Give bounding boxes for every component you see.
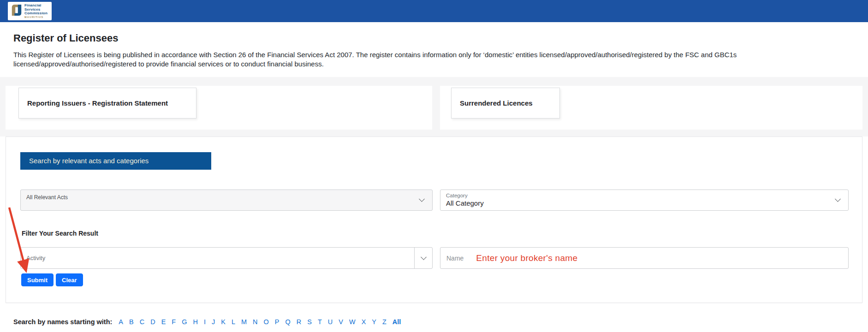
letter-link-M[interactable]: M bbox=[241, 318, 247, 326]
filter-row: Activity Name Enter your broker's name bbox=[20, 247, 849, 269]
logo-line: Commission bbox=[24, 12, 48, 16]
page-description: This Register of Licensees is being publ… bbox=[13, 50, 855, 69]
letter-link-X[interactable]: X bbox=[362, 318, 366, 326]
alphabet-search: Search by names starting with: ABCDEFGHI… bbox=[13, 318, 868, 326]
search-panel-header: Search by relevant acts and categories bbox=[20, 152, 211, 170]
category-label: Category bbox=[446, 193, 843, 198]
activity-select[interactable]: Activity bbox=[20, 247, 433, 269]
relevant-acts-select[interactable]: All Relevant Acts bbox=[20, 190, 433, 211]
app-header: Financial Services Commission MAURITIUS bbox=[0, 0, 868, 22]
letter-link-K[interactable]: K bbox=[221, 318, 226, 326]
activity-label: Activity bbox=[26, 255, 45, 261]
tab-band: Reporting Issuers - Registration Stateme… bbox=[0, 77, 868, 136]
page: Financial Services Commission MAURITIUS … bbox=[0, 0, 868, 326]
letter-link-all[interactable]: All bbox=[392, 318, 401, 326]
fsc-emblem-icon bbox=[11, 3, 23, 19]
annotation-text: Enter your broker's name bbox=[476, 253, 577, 263]
letter-link-Z[interactable]: Z bbox=[382, 318, 386, 326]
chevron-down-icon bbox=[419, 196, 425, 202]
fsc-logo-text: Financial Services Commission MAURITIUS bbox=[24, 4, 48, 18]
alphabet-heading: Search by names starting with: bbox=[13, 318, 112, 326]
logo-country: MAURITIUS bbox=[24, 16, 48, 19]
letter-link-V[interactable]: V bbox=[339, 318, 343, 326]
selects-row: All Relevant Acts Category All Category bbox=[20, 190, 849, 211]
letter-link-D[interactable]: D bbox=[150, 318, 155, 326]
letter-link-T[interactable]: T bbox=[318, 318, 322, 326]
letter-link-F[interactable]: F bbox=[172, 318, 176, 326]
name-input[interactable]: Name Enter your broker's name bbox=[440, 247, 849, 269]
fsc-logo[interactable]: Financial Services Commission MAURITIUS bbox=[8, 2, 52, 20]
letter-link-W[interactable]: W bbox=[349, 318, 356, 326]
letter-link-G[interactable]: G bbox=[182, 318, 187, 326]
name-label: Name bbox=[446, 255, 464, 262]
tab-surrendered-licences[interactable]: Surrendered Licences bbox=[451, 88, 560, 119]
letter-link-Q[interactable]: Q bbox=[285, 318, 291, 326]
letter-link-O[interactable]: O bbox=[264, 318, 269, 326]
letter-link-Y[interactable]: Y bbox=[372, 318, 376, 326]
clear-button[interactable]: Clear bbox=[56, 273, 83, 286]
letter-link-B[interactable]: B bbox=[129, 318, 134, 326]
chevron-down-icon bbox=[421, 254, 427, 260]
search-panel: Search by relevant acts and categories A… bbox=[6, 136, 862, 303]
letter-link-E[interactable]: E bbox=[161, 318, 166, 326]
letter-link-A[interactable]: A bbox=[119, 318, 123, 326]
annotation-arrow-icon bbox=[6, 204, 43, 285]
filter-heading: Filter Your Search Result bbox=[22, 230, 862, 237]
letter-link-N[interactable]: N bbox=[253, 318, 257, 326]
letter-link-J[interactable]: J bbox=[212, 318, 215, 326]
letter-link-H[interactable]: H bbox=[193, 318, 197, 326]
tab-panel-right: Surrendered Licences bbox=[440, 86, 862, 130]
page-title: Register of Licensees bbox=[13, 32, 855, 44]
category-value: All Category bbox=[446, 199, 843, 207]
letter-link-I[interactable]: I bbox=[204, 318, 206, 326]
activity-dropdown-toggle[interactable] bbox=[414, 248, 432, 268]
relevant-acts-label: All Relevant Acts bbox=[26, 194, 68, 201]
letter-link-P[interactable]: P bbox=[275, 318, 279, 326]
tab-panel-left: Reporting Issuers - Registration Stateme… bbox=[6, 86, 432, 130]
tab-reporting-issuers[interactable]: Reporting Issuers - Registration Stateme… bbox=[18, 88, 196, 119]
tab-label: Surrendered Licences bbox=[460, 99, 533, 107]
button-row: Submit Clear bbox=[21, 273, 862, 286]
letter-link-R[interactable]: R bbox=[297, 318, 301, 326]
alphabet-links: ABCDEFGHIJKLMNOPQRSTUVWXYZ bbox=[119, 318, 386, 326]
category-select[interactable]: Category All Category bbox=[440, 190, 849, 211]
title-section: Register of Licensees This Register of L… bbox=[0, 22, 868, 77]
submit-button[interactable]: Submit bbox=[21, 273, 54, 286]
letter-link-S[interactable]: S bbox=[307, 318, 312, 326]
letter-link-U[interactable]: U bbox=[328, 318, 333, 326]
letter-link-C[interactable]: C bbox=[140, 318, 144, 326]
tab-label: Reporting Issuers - Registration Stateme… bbox=[27, 99, 168, 107]
letter-link-L[interactable]: L bbox=[232, 318, 235, 326]
